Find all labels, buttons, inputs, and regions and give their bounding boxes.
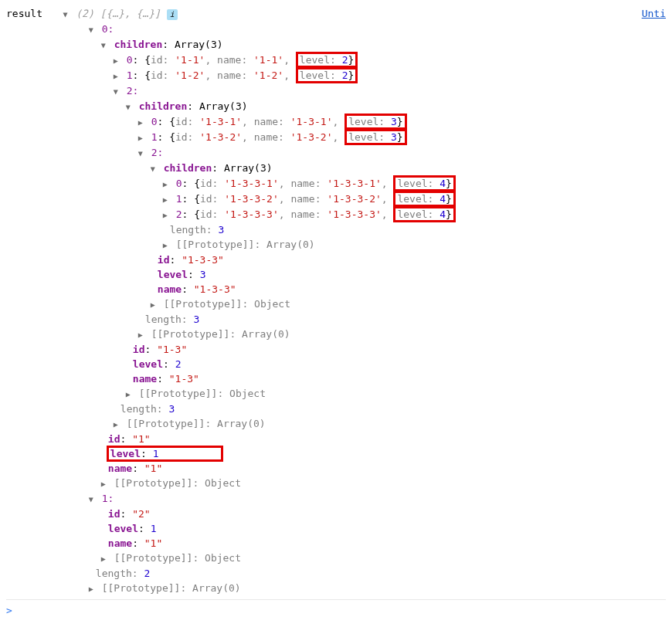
untitled-link[interactable]: Unti bbox=[642, 6, 666, 21]
id-key: id bbox=[133, 344, 145, 355]
highlight-box: level: 1 bbox=[107, 446, 223, 462]
id-value: "2" bbox=[132, 508, 150, 520]
expand-toggle[interactable]: ▶ bbox=[136, 130, 145, 145]
expand-toggle[interactable]: ▶ bbox=[87, 581, 96, 596]
highlight-box: level: 3} bbox=[344, 114, 406, 130]
name-value: "1" bbox=[144, 537, 162, 549]
expand-toggle[interactable]: ▼ bbox=[99, 38, 108, 53]
level-value: 4 bbox=[440, 178, 446, 189]
expand-toggle[interactable]: ▼ bbox=[87, 492, 96, 507]
length-value: 3 bbox=[218, 224, 224, 236]
name-key: name bbox=[108, 537, 132, 549]
name-value: "1-3" bbox=[169, 373, 199, 385]
level-key: level bbox=[158, 269, 188, 280]
id-value: '1-3-1' bbox=[199, 116, 242, 127]
length-key: length bbox=[120, 403, 157, 415]
level-value: 1 bbox=[151, 523, 157, 534]
object-type: Object bbox=[254, 298, 290, 310]
highlight-box: level: 4} bbox=[393, 175, 455, 191]
expand-toggle[interactable]: ▶ bbox=[161, 238, 170, 252]
name-value: '1-1' bbox=[253, 54, 283, 66]
prototype-key: [[Prototype]] bbox=[151, 328, 230, 340]
expand-toggle[interactable]: ▶ bbox=[148, 297, 158, 312]
expand-toggle[interactable]: ▶ bbox=[161, 177, 170, 191]
level-key: level bbox=[110, 448, 141, 459]
prototype-key: [[Prototype]] bbox=[114, 477, 193, 489]
array-type: Array(0) bbox=[192, 582, 241, 594]
length-value: 3 bbox=[168, 403, 175, 415]
level-value: 3 bbox=[200, 269, 206, 280]
expand-toggle[interactable]: ▶ bbox=[161, 192, 170, 207]
highlight-box: level: 4} bbox=[393, 191, 455, 207]
id-value: "1" bbox=[132, 433, 150, 445]
id-key: id bbox=[108, 508, 120, 520]
expand-toggle[interactable]: ▶ bbox=[136, 115, 145, 130]
expand-toggle[interactable]: ▶ bbox=[111, 417, 120, 432]
prototype-key: [[Prototype]] bbox=[102, 582, 181, 594]
highlight-box: level: 2} bbox=[296, 67, 358, 83]
expand-toggle[interactable]: ▼ bbox=[136, 146, 145, 161]
name-value: '1-3-3-2' bbox=[327, 193, 381, 205]
expand-toggle[interactable]: ▶ bbox=[161, 208, 170, 222]
name-value: '1-3-3-3' bbox=[327, 208, 381, 220]
name-key: name bbox=[133, 373, 157, 385]
object-type: Object bbox=[205, 552, 241, 564]
id-value: '1-3-3-3' bbox=[224, 208, 278, 220]
length-value: 2 bbox=[144, 568, 150, 579]
level-value: 4 bbox=[440, 193, 446, 205]
id-value: '1-1' bbox=[175, 54, 205, 66]
highlight-box: level: 4} bbox=[393, 206, 455, 222]
expand-toggle[interactable]: ▶ bbox=[99, 551, 108, 566]
id-key: id bbox=[158, 254, 170, 266]
level-value: 4 bbox=[440, 208, 446, 220]
level-value: 3 bbox=[391, 131, 397, 143]
array-type: Array(3) bbox=[224, 162, 273, 174]
length-value: 3 bbox=[193, 314, 199, 325]
object-type: Object bbox=[205, 477, 241, 489]
prototype-key: [[Prototype]] bbox=[127, 418, 205, 429]
object-type: Object bbox=[229, 388, 266, 399]
index-key: 2: bbox=[151, 147, 164, 158]
id-value: "1-3-3" bbox=[182, 254, 224, 266]
expand-toggle[interactable]: ▶ bbox=[99, 476, 108, 491]
expand-toggle[interactable]: ▼ bbox=[87, 22, 96, 37]
array-type: Array(0) bbox=[266, 239, 315, 250]
index-key: 2: bbox=[127, 85, 139, 97]
expand-toggle[interactable]: ▼ bbox=[148, 161, 158, 176]
id-value: "1-3" bbox=[157, 344, 187, 355]
index-key: 1: bbox=[102, 493, 114, 504]
level-value: 2 bbox=[175, 358, 182, 370]
name-value: "1-3-3" bbox=[194, 283, 236, 295]
level-key: level bbox=[133, 358, 163, 370]
children-key: children bbox=[164, 162, 212, 174]
array-type: Array(3) bbox=[199, 100, 248, 112]
name-value: '1-3-1' bbox=[290, 116, 333, 127]
highlight-box: level: 3} bbox=[344, 129, 406, 145]
length-key: length bbox=[145, 314, 182, 325]
prototype-key: [[Prototype]] bbox=[139, 388, 218, 399]
id-value: '1-3-2' bbox=[199, 131, 242, 143]
id-value: '1-3-3-2' bbox=[224, 193, 278, 205]
expand-toggle[interactable]: ▶ bbox=[111, 53, 120, 68]
children-key: children bbox=[114, 39, 163, 50]
id-value: '1-2' bbox=[175, 69, 205, 81]
console-prompt[interactable]: > bbox=[6, 599, 666, 618]
summary-text: (2) [{…}, {…}] bbox=[76, 8, 161, 19]
name-value: "1" bbox=[144, 463, 162, 474]
name-value: '1-3-2' bbox=[290, 131, 333, 143]
expand-toggle[interactable]: ▶ bbox=[136, 327, 145, 342]
expand-toggle[interactable]: ▶ bbox=[111, 69, 120, 83]
result-label: result bbox=[6, 8, 42, 19]
array-type: Array(0) bbox=[217, 418, 266, 429]
prototype-key: [[Prototype]] bbox=[176, 239, 255, 250]
array-type: Array(0) bbox=[242, 328, 290, 340]
name-key: name bbox=[158, 283, 182, 295]
expand-toggle[interactable]: ▼ bbox=[111, 84, 120, 99]
level-key: level bbox=[108, 523, 138, 534]
index-key: 0: bbox=[102, 23, 114, 35]
children-key: children bbox=[139, 100, 188, 112]
info-badge[interactable]: i bbox=[167, 9, 178, 20]
expand-toggle[interactable]: ▼ bbox=[124, 100, 133, 114]
expand-toggle[interactable]: ▶ bbox=[124, 387, 133, 402]
expand-toggle[interactable]: ▼ bbox=[60, 7, 70, 22]
